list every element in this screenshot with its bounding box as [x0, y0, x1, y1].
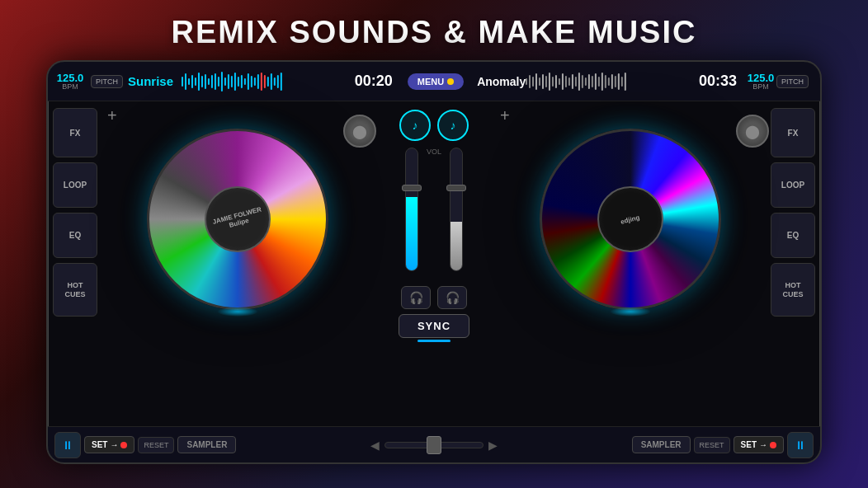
left-music-icon[interactable]: ♪	[399, 110, 431, 141]
right-volume-fader[interactable]	[450, 148, 463, 271]
right-artist-name: edjing	[620, 214, 640, 226]
right-vinyl-disc[interactable]: edjing	[540, 129, 721, 310]
svg-rect-24	[261, 73, 262, 91]
svg-rect-37	[545, 76, 547, 87]
right-turntable-section: + ⬤ edjing	[492, 106, 769, 421]
svg-rect-0	[182, 77, 183, 87]
right-pitch-button[interactable]: PITCH	[776, 75, 809, 88]
menu-button[interactable]: MENU	[408, 73, 464, 90]
right-time-display: 00:33	[697, 73, 738, 90]
right-needle-arm: ⬤	[736, 115, 769, 148]
svg-rect-13	[224, 77, 226, 86]
left-turntable-top: + ⬤	[99, 106, 376, 125]
svg-rect-38	[549, 73, 550, 91]
left-vinyl-center: JAMIE FOLWER Bulipe	[205, 186, 271, 252]
left-bpm-label: BPM	[62, 83, 78, 91]
right-loop-button[interactable]: LOOP	[771, 162, 815, 208]
left-loop-button[interactable]: LOOP	[53, 162, 97, 208]
svg-rect-52	[595, 73, 597, 90]
svg-rect-9	[211, 75, 213, 88]
svg-rect-57	[611, 74, 613, 89]
crossfader-left-arrow: ◀	[370, 439, 380, 452]
headphone-buttons: 🎧 🎧	[401, 286, 467, 309]
svg-rect-14	[228, 74, 229, 89]
mixer-icons-row: ♪ ♪	[399, 110, 469, 141]
left-hot-cues-line2: CUES	[64, 290, 85, 299]
left-vinyl[interactable]: JAMIE FOLWER Bulipe	[147, 129, 328, 310]
title-area: REMIX SOUNDS & MAKE MUSIC	[0, 0, 868, 60]
svg-rect-49	[585, 77, 587, 86]
svg-rect-50	[588, 74, 590, 89]
svg-rect-43	[565, 76, 567, 87]
svg-rect-60	[621, 77, 623, 87]
crossfader-handle[interactable]	[427, 436, 441, 454]
left-bpm-block: 125.0 BPM	[54, 73, 86, 91]
svg-rect-3	[191, 75, 193, 88]
right-sampler-button[interactable]: SAMPLER	[632, 436, 691, 453]
left-fx-button[interactable]: FX	[53, 108, 97, 157]
right-glow-ring	[610, 307, 651, 317]
svg-rect-44	[568, 77, 570, 86]
svg-rect-54	[601, 73, 603, 91]
left-vinyl-disc[interactable]: JAMIE FOLWER Bulipe	[147, 129, 328, 310]
left-sampler-button[interactable]: SAMPLER	[177, 436, 236, 453]
right-vinyl[interactable]: edjing	[540, 129, 721, 310]
right-set-button[interactable]: SET →	[734, 436, 784, 453]
svg-rect-11	[218, 77, 219, 87]
sync-button[interactable]: SYNC	[399, 314, 469, 338]
left-headphone-button[interactable]: 🎧	[401, 286, 431, 309]
left-needle: ⬤	[343, 115, 384, 156]
left-reset-button[interactable]: RESET	[138, 437, 174, 453]
right-fader-handle[interactable]	[446, 185, 466, 191]
right-turntable-top: + ⬤	[492, 106, 769, 125]
left-track-name: Sunrise	[128, 74, 173, 88]
right-vinyl-center: edjing	[597, 186, 663, 252]
svg-rect-29	[277, 75, 279, 88]
svg-rect-56	[608, 77, 610, 86]
right-play-pause-button[interactable]: ⏸	[787, 432, 814, 458]
left-fader-handle[interactable]	[402, 185, 422, 191]
svg-rect-31	[526, 78, 527, 85]
right-add-button[interactable]: +	[500, 106, 510, 125]
svg-rect-6	[201, 76, 203, 87]
right-fx-button[interactable]: FX	[771, 108, 815, 157]
svg-rect-28	[274, 77, 276, 86]
svg-rect-12	[221, 72, 223, 92]
right-reset-button[interactable]: RESET	[694, 437, 730, 453]
left-fader-fill	[406, 197, 417, 270]
svg-rect-34	[535, 73, 537, 90]
left-eq-button[interactable]: EQ	[53, 213, 97, 258]
svg-rect-25	[264, 75, 266, 88]
svg-rect-15	[231, 76, 233, 87]
svg-rect-46	[575, 77, 577, 87]
svg-rect-7	[205, 74, 206, 89]
svg-rect-30	[281, 73, 282, 91]
left-add-button[interactable]: +	[107, 106, 117, 125]
left-hot-cues-button[interactable]: HOT CUES	[53, 263, 97, 317]
vol-label: VOL	[427, 148, 441, 156]
crossfader-track[interactable]	[384, 442, 484, 448]
right-bpm-value: 125.0	[748, 73, 775, 83]
left-needle-arm: ⬤	[343, 115, 376, 148]
right-set-label: SET	[741, 440, 757, 449]
svg-rect-22	[254, 77, 256, 86]
right-hot-cues-button[interactable]: HOT CUES	[771, 263, 815, 317]
right-headphone-button[interactable]: 🎧	[437, 286, 467, 309]
left-volume-fader[interactable]	[405, 148, 418, 271]
left-bpm-value: 125.0	[57, 73, 84, 83]
left-set-button[interactable]: SET →	[84, 436, 134, 453]
right-bpm-block: 125.0 BPM	[745, 73, 776, 91]
left-play-pause-button[interactable]: ⏸	[54, 432, 81, 458]
menu-label: MENU	[417, 77, 444, 87]
bottom-bar: ⏸ SET → RESET SAMPLER ◀ ▶ SAMPLER RESET …	[48, 426, 820, 462]
svg-rect-53	[598, 77, 600, 87]
right-eq-button[interactable]: EQ	[771, 213, 815, 258]
svg-rect-23	[257, 74, 259, 89]
left-pitch-button[interactable]: PITCH	[91, 75, 123, 88]
menu-dot	[447, 78, 454, 85]
right-set-arrow: →	[759, 440, 767, 449]
right-bpm-label: BPM	[752, 83, 769, 91]
left-waveform	[182, 70, 347, 93]
left-time-display: 00:20	[353, 73, 394, 90]
right-music-icon[interactable]: ♪	[437, 110, 469, 141]
